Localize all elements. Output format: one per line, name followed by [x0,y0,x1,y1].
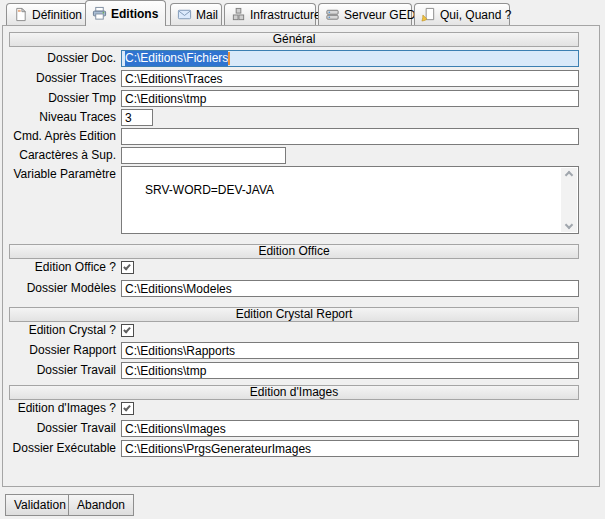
edit-document-icon [421,7,436,22]
edition-crystal-label: Edition Crystal ? [3,322,116,339]
section-header-crystal: Edition Crystal Report [9,307,579,322]
scroll-up-icon[interactable] [565,171,573,179]
variable-parametre-text: SRV-WORD=DEV-JAVA [145,183,274,197]
tab-serveur-ged-label: Serveur GED [344,8,415,22]
dossier-executable-input[interactable] [121,440,579,457]
tab-editions-label: Editions [111,7,158,21]
tab-serveur-ged[interactable]: Serveur GED [318,3,412,25]
dossier-tmp-label: Dossier Tmp [3,90,116,107]
dossier-doc-label: Dossier Doc. [3,50,116,67]
dossier-travail-images-input[interactable] [121,420,579,437]
checkmark-icon [123,263,131,271]
dossier-travail-images-label: Dossier Travail [3,420,116,437]
textarea-scrollbar[interactable] [561,168,577,232]
tab-qui-quand-label: Qui, Quand ? [440,8,511,22]
section-title-images: Edition d'Images [250,385,338,399]
tab-editions[interactable]: Editions [85,0,166,26]
editions-tab-page: Général Dossier Doc. C:\Editions\Fichier… [2,25,600,487]
caracteres-a-sup-input[interactable] [121,147,286,164]
edition-office-label: Edition Office ? [3,259,116,276]
section-title-crystal: Edition Crystal Report [236,307,353,321]
caracteres-a-sup-label: Caractères à Sup. [3,147,116,164]
envelope-icon [177,7,192,22]
niveau-traces-input[interactable] [121,109,153,126]
dossier-executable-label: Dossier Exécutable [3,440,116,457]
tab-definition-label: Définition [32,8,82,22]
section-header-images: Edition d'Images [9,385,579,400]
dossier-doc-selected-text: C:\Editions\Fichiers [125,51,228,66]
checkmark-icon [123,326,131,334]
tab-definition[interactable]: Définition [6,3,88,25]
niveau-traces-label: Niveau Traces [3,109,116,126]
variable-parametre-textarea[interactable]: SRV-WORD=DEV-JAVA [121,166,579,234]
section-header-office: Edition Office [9,244,579,259]
checkmark-icon [123,404,131,412]
abandon-button[interactable]: Abandon [68,494,134,516]
cmd-apres-edition-input[interactable] [121,128,579,145]
dossier-traces-input[interactable] [121,70,579,87]
document-icon [13,7,28,22]
validation-button[interactable]: Validation [5,494,75,516]
dossier-rapport-label: Dossier Rapport [3,342,116,359]
dossier-tmp-input[interactable] [121,90,579,107]
section-header-general: Général [9,32,579,47]
tab-infrastructure-label: Infrastructure [250,8,321,22]
dossier-modeles-label: Dossier Modèles [3,280,116,297]
scroll-down-icon[interactable] [565,221,573,229]
tab-mail-label: Mail [196,8,218,22]
edition-crystal-checkbox[interactable] [121,324,134,337]
edition-office-checkbox[interactable] [121,261,134,274]
section-title-general: Général [273,32,316,46]
tab-qui-quand[interactable]: Qui, Quand ? [414,3,510,25]
edition-images-checkbox[interactable] [121,402,134,415]
cmd-apres-edition-label: Cmd. Après Edition [3,128,116,145]
dossier-travail-crystal-label: Dossier Travail [3,362,116,379]
editions-settings-window: Définition Editions Mail Infrastructure … [0,0,605,519]
dossier-rapport-input[interactable] [121,342,579,359]
text-caret [228,52,230,65]
tab-infrastructure[interactable]: Infrastructure [224,3,316,25]
blocks-icon [231,7,246,22]
dossier-modeles-input[interactable] [121,280,579,297]
dossier-travail-crystal-input[interactable] [121,362,579,379]
variable-parametre-label: Variable Paramètre [3,166,116,183]
edition-images-label: Edition d'Images ? [3,400,116,417]
dossier-traces-label: Dossier Traces [3,70,116,87]
printer-icon [92,6,107,21]
server-icon [325,7,340,22]
section-title-office: Edition Office [258,244,329,258]
dossier-doc-input[interactable]: C:\Editions\Fichiers [121,50,579,67]
tab-mail[interactable]: Mail [170,3,222,25]
